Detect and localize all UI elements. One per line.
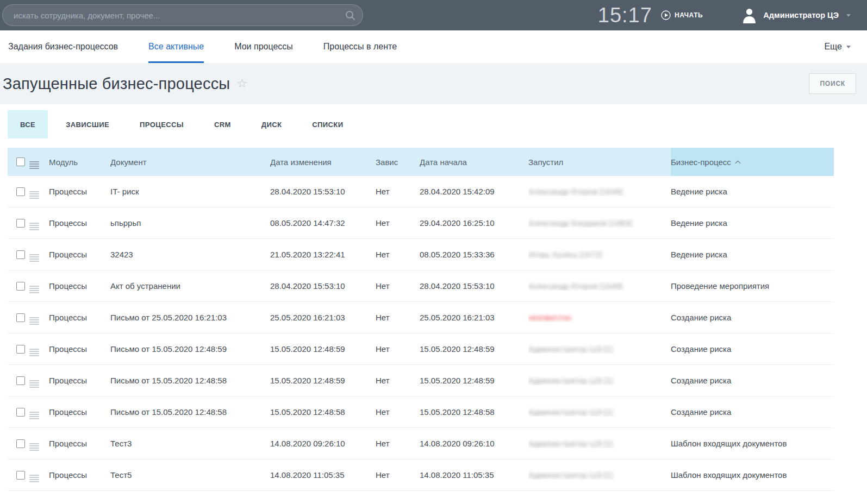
cell-document[interactable]: 32423: [110, 250, 270, 259]
cell-runner[interactable]: Александр Кондаков [1983]: [528, 218, 671, 228]
row-checkbox[interactable]: [16, 439, 25, 448]
cell-runner[interactable]: Александр Егоров [1649]: [528, 281, 671, 291]
runner-name: Администратор ЦЭ [1]: [528, 376, 613, 385]
row-actions-icon[interactable]: [29, 349, 39, 356]
filter-tab-2[interactable]: ПРОЦЕССЫ: [127, 110, 196, 138]
cell-document[interactable]: Письмо от 15.05.2020 12:48:58: [110, 376, 270, 385]
row-actions-icon[interactable]: [29, 380, 39, 388]
start-label: НАЧАТЬ: [675, 11, 703, 19]
start-workday-button[interactable]: НАЧАТЬ: [661, 10, 703, 20]
search-icon[interactable]: [345, 10, 355, 23]
nav-tab-0[interactable]: Задания бизнес-процессов: [8, 30, 118, 63]
favorite-star-icon[interactable]: ☆: [236, 77, 247, 91]
more-menu[interactable]: Еще: [824, 30, 851, 63]
nav-tab-3[interactable]: Процессы в ленте: [323, 30, 397, 63]
row-checkbox-cell: [8, 250, 29, 259]
cell-hung: Нет: [376, 187, 420, 196]
cell-runner[interactable]: Александр Егоров [1649]: [528, 187, 671, 196]
row-checkbox-cell: [8, 219, 29, 228]
cell-document[interactable]: Тест3: [110, 439, 270, 448]
filter-tab-5[interactable]: СПИСКИ: [300, 110, 355, 138]
row-checkbox[interactable]: [16, 471, 25, 480]
runner-name: Администратор ЦЭ [1]: [528, 344, 613, 354]
search-filter-button[interactable]: ПОИСК: [809, 73, 856, 94]
row-checkbox[interactable]: [16, 250, 25, 259]
row-checkbox-cell: [8, 471, 29, 480]
cell-runner[interactable]: Игорь Кулеш [1672]: [528, 250, 671, 259]
user-name: Администратор ЦЭ: [763, 11, 839, 20]
cell-document[interactable]: Письмо от 15.05.2020 12:48:58: [110, 407, 270, 417]
user-menu[interactable]: Администратор ЦЭ: [742, 8, 851, 23]
row-actions-icon[interactable]: [29, 317, 39, 325]
cell-runner[interactable]: Администратор ЦЭ [1]: [528, 470, 671, 480]
cell-module: Процессы: [49, 439, 110, 448]
cell-document[interactable]: Тест5: [110, 470, 270, 480]
filter-tab-1[interactable]: ЗАВИСШИЕ: [53, 110, 122, 138]
cell-date-started: 25.05.2020 16:21:03: [420, 313, 528, 322]
select-all-checkbox[interactable]: [16, 158, 25, 166]
row-actions-icon[interactable]: [29, 254, 39, 262]
cell-date-started: 14.08.2020 11:05:35: [420, 470, 528, 480]
column-header-date-started[interactable]: Дата начала: [420, 158, 528, 167]
row-actions-icon[interactable]: [29, 475, 39, 482]
cell-date-started: 28.04.2020 15:42:09: [420, 187, 528, 196]
row-actions-icon[interactable]: [29, 191, 39, 199]
cell-document[interactable]: IT- риск: [110, 187, 270, 196]
column-header-process[interactable]: Бизнес-процесс: [671, 148, 834, 176]
cell-hung: Нет: [376, 344, 420, 354]
row-checkbox[interactable]: [16, 376, 25, 385]
header-checkbox-cell: [8, 158, 29, 166]
nav-tabs: Задания бизнес-процессовВсе активныеМои …: [8, 30, 397, 63]
row-actions-icon[interactable]: [29, 286, 39, 293]
column-header-hung[interactable]: Завис: [376, 158, 420, 167]
title-bar: Запущенные бизнес-процессы ☆ ПОИСК: [0, 63, 867, 104]
filter-tab-0[interactable]: ВСЕ: [8, 110, 48, 138]
row-checkbox-cell: [8, 187, 29, 196]
search-input[interactable]: [2, 4, 363, 26]
table-settings-icon[interactable]: [29, 161, 39, 169]
cell-document[interactable]: Акт об устранении: [110, 281, 270, 291]
cell-runner[interactable]: Администратор ЦЭ [1]: [528, 344, 671, 354]
filter-tab-4[interactable]: ДИСК: [249, 110, 295, 138]
row-actions-icon[interactable]: [29, 412, 39, 419]
row-checkbox[interactable]: [16, 313, 25, 322]
runner-name: Администратор ЦЭ [1]: [528, 407, 613, 417]
work-timer-clock[interactable]: 15:17: [598, 4, 652, 27]
cell-document[interactable]: ьпьррьп: [110, 218, 270, 228]
cell-date-modified: 08.05.2020 14:47:32: [270, 218, 376, 228]
cell-runner[interactable]: неизвестно: [528, 313, 671, 322]
cell-date-modified: 15.05.2020 12:48:59: [270, 376, 376, 385]
row-checkbox-cell: [8, 313, 29, 322]
row-checkbox[interactable]: [16, 219, 25, 228]
row-actions-icon[interactable]: [29, 443, 39, 451]
nav-tab-1[interactable]: Все активные: [148, 30, 204, 63]
column-header-module[interactable]: Модуль: [49, 158, 110, 167]
cell-runner[interactable]: Администратор ЦЭ [1]: [528, 407, 671, 417]
play-circle-icon: [661, 10, 671, 20]
row-checkbox[interactable]: [16, 187, 25, 196]
nav-tab-2[interactable]: Мои процессы: [234, 30, 293, 63]
row-checkbox[interactable]: [16, 408, 25, 417]
column-header-document[interactable]: Документ: [110, 158, 270, 167]
column-header-date-modified[interactable]: Дата изменения: [270, 158, 376, 167]
table-row: Процессы 32423 21.05.2020 13:22:41 Нет 0…: [8, 239, 834, 270]
cell-process: Ведение риска: [671, 187, 834, 196]
table-row: Процессы Письмо от 15.05.2020 12:48:59 1…: [8, 333, 834, 365]
runner-name: Администратор ЦЭ [1]: [528, 470, 613, 480]
table-row: Процессы Письмо от 15.05.2020 12:48:58 1…: [8, 365, 834, 396]
row-menu-cell: [29, 279, 49, 293]
runner-name: Александр Егоров [1649]: [528, 281, 622, 291]
cell-document[interactable]: Письмо от 15.05.2020 12:48:59: [110, 344, 270, 354]
top-bar: 15:17 НАЧАТЬ Администратор ЦЭ: [0, 0, 867, 30]
cell-runner[interactable]: Администратор ЦЭ [1]: [528, 439, 671, 448]
row-menu-cell: [29, 437, 49, 451]
cell-module: Процессы: [49, 187, 110, 196]
row-actions-icon[interactable]: [29, 223, 39, 230]
cell-document[interactable]: Письмо от 25.05.2020 16:21:03: [110, 313, 270, 322]
filter-tab-3[interactable]: CRM: [202, 110, 244, 138]
row-menu-cell: [29, 468, 49, 482]
row-checkbox[interactable]: [16, 282, 25, 291]
cell-runner[interactable]: Администратор ЦЭ [1]: [528, 376, 671, 385]
column-header-runner[interactable]: Запустил: [528, 158, 671, 167]
row-checkbox[interactable]: [16, 345, 25, 354]
